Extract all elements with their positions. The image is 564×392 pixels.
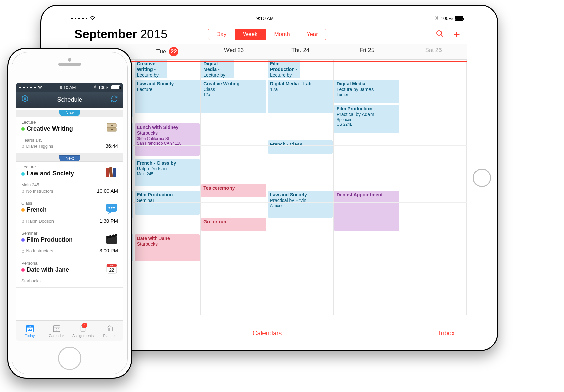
add-event-icon[interactable]: + xyxy=(453,29,460,40)
battery-icon xyxy=(455,16,463,21)
svg-point-21 xyxy=(22,250,24,251)
calendar-event[interactable]: Film Production -Practical by AdamSpence… xyxy=(334,105,399,133)
bluetooth-icon xyxy=(435,15,438,22)
seg-day[interactable]: Day xyxy=(208,29,235,40)
item-title: French xyxy=(21,206,118,213)
inbox-button[interactable]: Inbox xyxy=(330,329,455,337)
tab-assignments[interactable]: 4 Assignments xyxy=(70,321,96,341)
refresh-icon[interactable] xyxy=(111,95,118,104)
col-thu: Film Production -Lecture by AdamSpencerD… xyxy=(267,60,334,315)
svg-point-33 xyxy=(56,328,57,329)
item-glyph-icon xyxy=(105,165,119,179)
item-meta: Ralph Dodson1:30 PM xyxy=(21,218,118,224)
calendars-button[interactable]: Calendars xyxy=(205,329,329,337)
item-glyph-icon xyxy=(105,201,119,215)
seg-week[interactable]: Week xyxy=(235,29,266,40)
day-wed[interactable]: Wed 23 xyxy=(201,44,267,59)
search-icon[interactable] xyxy=(436,30,444,39)
item-type: Lecture xyxy=(21,120,118,125)
: 100% xyxy=(98,85,109,90)
navbar-title: Schedule ● ○ ○ xyxy=(57,96,82,103)
col-sat xyxy=(400,60,467,315)
item-meta: No Instructors3:00 PM xyxy=(21,248,118,254)
planner-tab-icon xyxy=(105,324,114,333)
calendar-event[interactable]: Lunch with SidneyStarbucks3595 Californi… xyxy=(135,123,200,156)
ipad-home-button[interactable] xyxy=(473,169,491,187)
iphone-camera xyxy=(68,58,71,62)
calendar-event[interactable]: French - Class xyxy=(268,140,333,154)
calendar-event[interactable]: Creative Writing -Lecture by DianeHiggin… xyxy=(135,60,167,78)
calendar-event[interactable]: Date with JaneStarbucks xyxy=(135,234,200,261)
svg-rect-8 xyxy=(106,168,109,177)
svg-rect-9 xyxy=(109,167,113,177)
seg-year[interactable]: Year xyxy=(298,29,326,40)
item-time: 36:44 xyxy=(105,142,118,149)
col-fri: Digital Media -Lecture by JamesTurnerFil… xyxy=(334,60,400,315)
assignments-badge: 4 xyxy=(82,323,87,328)
battery-icon xyxy=(111,85,120,89)
schedule-item[interactable]: SeminarFilm Production No Instructors3:0… xyxy=(16,228,123,258)
tab-calendar[interactable]: Calendar xyxy=(43,321,70,341)
item-title: Law and Society xyxy=(21,170,118,177)
svg-point-15 xyxy=(113,207,115,208)
iphone-speaker xyxy=(58,63,81,66)
item-glyph-icon xyxy=(105,231,119,245)
calendar-event[interactable]: Digital Media - Lab12a xyxy=(268,80,333,113)
schedule-item[interactable]: ClassFrench Ralph Dodson1:30 PM xyxy=(16,198,123,228)
month-title: September 2015 xyxy=(74,27,167,41)
svg-point-2 xyxy=(24,98,26,100)
calendar-event[interactable]: Go for run xyxy=(201,218,266,231)
calendar-event[interactable]: Film Production -Seminar xyxy=(135,191,200,215)
day-tue[interactable]: Tue 22 xyxy=(134,44,201,59)
status-time: 9:10 AM xyxy=(60,85,76,90)
svg-text:22: 22 xyxy=(109,267,114,273)
calendar-tab-icon xyxy=(52,324,61,333)
svg-point-11 xyxy=(22,190,24,191)
ipad-status-bar: 9:10 AM 100% xyxy=(68,14,467,23)
bluetooth-icon xyxy=(93,85,96,90)
calendar-event[interactable]: Digital Media -Lecture by JamesTurner xyxy=(201,60,234,78)
item-title: Film Production xyxy=(21,236,118,243)
schedule-item[interactable]: LectureCreative WritingHearst 145 Diane … xyxy=(16,117,123,153)
item-meta: Starbucks xyxy=(21,278,118,284)
item-type: Seminar xyxy=(21,231,118,236)
item-type: Class xyxy=(21,201,118,206)
calendar-event[interactable]: Dentist Appointment xyxy=(334,191,399,231)
svg-point-36 xyxy=(56,330,57,330)
svg-rect-10 xyxy=(113,168,116,177)
iphone-screen: 9:10 AM 100% Schedule ● ○ ○ NowLectureCr… xyxy=(16,83,123,341)
calendar-event[interactable]: Film Production -Lecture by AdamSpencer xyxy=(268,60,300,78)
iphone-home-button[interactable] xyxy=(58,347,81,370)
calendar-event[interactable]: Creative Writing -Class12a xyxy=(201,80,266,113)
svg-rect-5 xyxy=(111,125,113,126)
svg-point-32 xyxy=(55,328,55,329)
day-sat[interactable]: Sat 26 xyxy=(400,44,467,59)
tab-today[interactable]: TUE22 Today xyxy=(16,321,43,341)
item-time: 3:00 PM xyxy=(99,247,118,254)
tab-planner[interactable]: Planner xyxy=(96,321,123,341)
item-time: 10:00 AM xyxy=(97,187,118,194)
view-segmented-control: Day Week Month Year xyxy=(208,29,326,40)
calendar-event[interactable]: Digital Media -Lecture by JamesTurner xyxy=(334,80,399,103)
calendar-event[interactable]: Tea ceremony xyxy=(201,184,266,197)
item-type: Lecture xyxy=(21,164,118,169)
schedule-item[interactable]: SEP22PersonalDate with JaneStarbucks xyxy=(16,258,123,288)
calendar-event[interactable]: French - Class byRalph DodsonMain 245 xyxy=(135,159,200,186)
day-fri[interactable]: Fri 25 xyxy=(334,44,400,59)
schedule-item[interactable]: LectureLaw and SocietyMain 245 No Instru… xyxy=(16,162,123,198)
svg-point-7 xyxy=(22,145,24,147)
calendar-event[interactable]: Law and Society -Practical by ErvinAlmon… xyxy=(268,191,333,218)
next-pill: Next xyxy=(59,155,80,161)
day-thu[interactable]: Thu 24 xyxy=(267,44,334,59)
svg-point-14 xyxy=(111,207,113,208)
item-glyph-icon: SEP22 xyxy=(105,261,119,275)
item-time: 1:30 PM xyxy=(99,217,118,224)
settings-gear-icon[interactable] xyxy=(21,95,29,104)
schedule-list[interactable]: NowLectureCreative WritingHearst 145 Dia… xyxy=(16,108,123,320)
seg-month[interactable]: Month xyxy=(266,29,298,40)
calendar-header: September 2015 Day Week Month Year + xyxy=(68,23,467,44)
svg-point-35 xyxy=(55,330,55,330)
item-type: Personal xyxy=(21,261,118,266)
item-meta: Hearst 145 Diane Higgins36:44 xyxy=(21,137,118,149)
calendar-event[interactable]: Law and Society -Lecture xyxy=(135,80,200,113)
